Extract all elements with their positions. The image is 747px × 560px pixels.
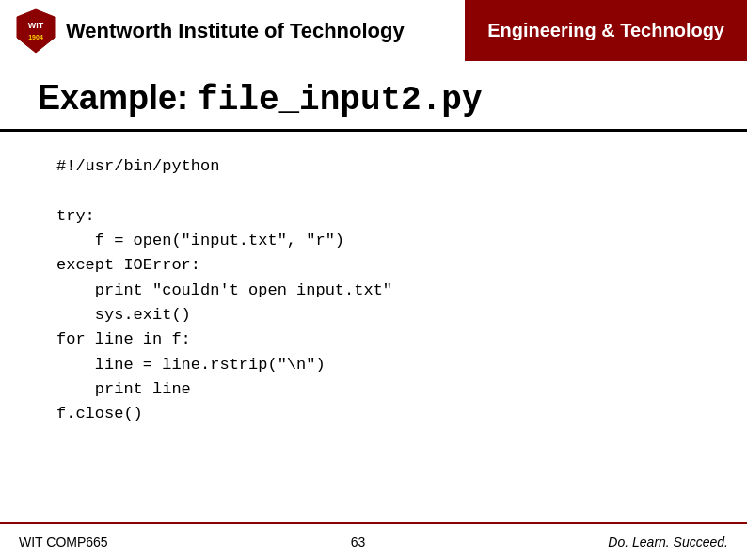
tagline: Do. Learn. Succeed. [608,535,728,550]
header-left: WIT 1904 Wentworth Institute of Technolo… [0,0,465,61]
title-area: Example: file_input2.py [0,61,747,132]
slide: WIT 1904 Wentworth Institute of Technolo… [0,0,747,560]
title-prefix: Example: [38,78,198,117]
department-name: Engineering & Technology [487,20,724,41]
institution-name: Wentworth Institute of Technology [66,19,405,43]
svg-text:WIT: WIT [28,21,44,30]
slide-title: Example: file_input2.py [38,78,709,120]
page-number: 63 [351,535,366,550]
header: WIT 1904 Wentworth Institute of Technolo… [0,0,747,61]
title-code: file_input2.py [198,81,482,120]
header-right: Engineering & Technology [465,0,747,61]
footer: WIT COMP665 63 Do. Learn. Succeed. [0,522,747,560]
code-block: #!/usr/bin/python try: f = open("input.t… [56,154,691,427]
wit-logo-icon: WIT 1904 [15,8,56,55]
content-area: #!/usr/bin/python try: f = open("input.t… [0,132,747,522]
svg-text:1904: 1904 [28,34,43,40]
course-label: WIT COMP665 [19,535,108,550]
